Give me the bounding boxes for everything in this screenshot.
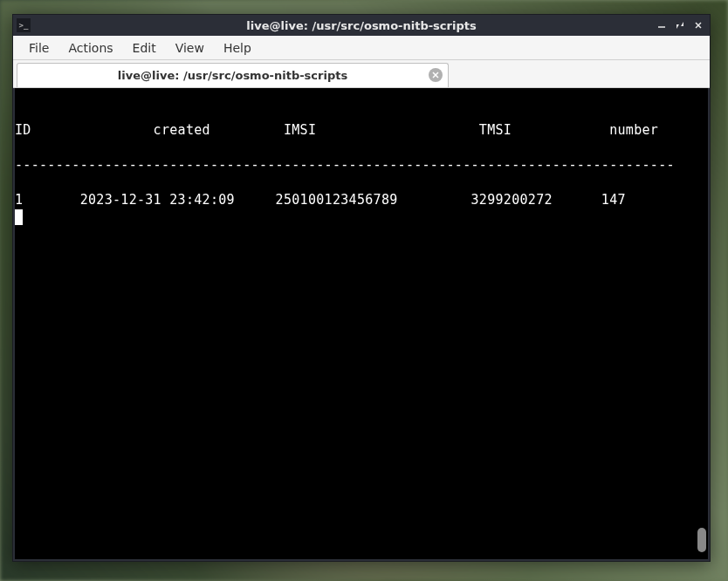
menu-view[interactable]: View — [167, 38, 213, 58]
minimize-button[interactable] — [654, 18, 670, 32]
minimize-icon — [657, 21, 666, 30]
terminal-icon: >_ — [17, 18, 31, 32]
menu-actions[interactable]: Actions — [59, 38, 121, 58]
window-title: live@live: /usr/src/osmo-nitb-scripts — [246, 19, 476, 32]
titlebar[interactable]: >_ live@live: /usr/src/osmo-nitb-scripts — [13, 15, 710, 36]
terminal-area[interactable]: ID created IMSI TMSI number ------------… — [15, 88, 708, 559]
scrollbar-thumb[interactable] — [697, 528, 706, 552]
svg-marker-1 — [676, 24, 679, 29]
terminal-window: >_ live@live: /usr/src/osmo-nitb-scripts… — [12, 14, 711, 562]
menu-file[interactable]: File — [20, 38, 58, 58]
maximize-icon — [676, 21, 684, 30]
close-button[interactable] — [690, 18, 706, 32]
close-icon — [694, 21, 703, 30]
terminal-output: ID created IMSI TMSI number ------------… — [15, 88, 708, 559]
tab-label: live@live: /usr/src/osmo-nitb-scripts — [118, 69, 347, 82]
menu-help[interactable]: Help — [215, 38, 260, 58]
close-icon — [432, 72, 439, 79]
tab-close-button[interactable] — [429, 68, 443, 82]
header-line: ID created IMSI TMSI number — [15, 122, 658, 138]
tab-terminal[interactable]: live@live: /usr/src/osmo-nitb-scripts — [17, 63, 449, 87]
tabbar: live@live: /usr/src/osmo-nitb-scripts — [13, 60, 710, 88]
maximize-button[interactable] — [672, 18, 688, 32]
svg-marker-2 — [681, 22, 683, 26]
menubar: File Actions Edit View Help — [13, 36, 710, 60]
data-row: 1 2023-12-31 23:42:09 250100123456789 32… — [15, 192, 626, 208]
window-controls — [654, 18, 706, 32]
scrollbar[interactable] — [697, 92, 706, 556]
menu-edit[interactable]: Edit — [124, 38, 165, 58]
cursor — [15, 209, 23, 225]
divider-line: ----------------------------------------… — [15, 157, 675, 173]
